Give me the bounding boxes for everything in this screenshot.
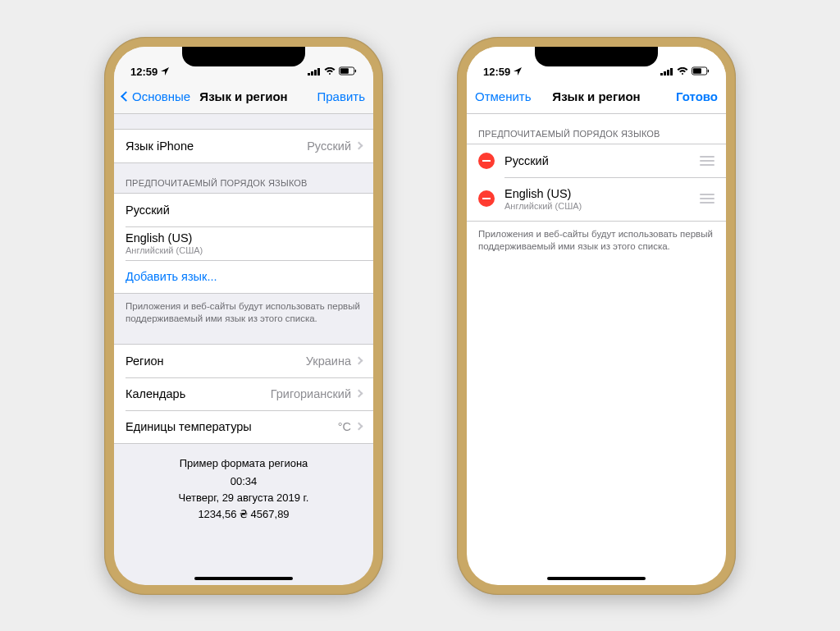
svg-rect-0 [308,73,310,75]
chevron-right-icon [355,357,363,365]
languages-footer: Приложения и веб-сайты будут использоват… [467,222,726,257]
row-value: Григорианский [271,387,351,400]
drag-handle-icon[interactable] [700,156,714,166]
language-title: Русский [126,203,170,217]
drag-handle-icon[interactable] [700,194,714,203]
svg-rect-6 [355,69,356,72]
row-label: Календарь [126,387,185,400]
back-button[interactable]: Основные [122,89,190,103]
language-row-ru[interactable]: Русский [114,194,373,226]
language-title: Русский [504,154,549,167]
delete-icon[interactable] [478,153,495,169]
language-title: English (US) [126,231,203,245]
content-area[interactable]: ПРЕДПОЧИТАЕМЫЙ ПОРЯДОК ЯЗЫКОВ Русский En… [467,114,726,585]
svg-rect-3 [317,68,320,75]
svg-rect-8 [664,71,666,75]
status-time: 12:59 [483,66,510,78]
languages-footer: Приложения и веб-сайты будут использоват… [114,294,373,329]
calendar-row[interactable]: Календарь Григорианский [114,377,373,410]
row-label: Единицы температуры [126,420,252,433]
svg-rect-12 [693,68,701,73]
wifi-icon [324,67,336,75]
cellular-icon [660,67,673,75]
row-value: Украина [306,354,351,368]
location-icon [161,67,169,75]
row-value: °C [338,420,351,433]
svg-rect-5 [340,68,349,73]
nav-bar: Основные Язык и регион Править [114,80,373,114]
notch [535,47,658,66]
location-icon [514,67,522,75]
svg-rect-13 [708,69,709,72]
nav-bar: Отменить Язык и регион Готово [467,80,726,114]
home-indicator[interactable] [194,577,293,580]
status-time: 12:59 [130,66,158,78]
screen-left: 12:59 Основные [114,47,373,585]
chevron-right-icon [355,390,363,398]
svg-rect-10 [670,68,673,75]
cellular-icon [308,67,321,75]
preferred-languages-header: ПРЕДПОЧИТАЕМЫЙ ПОРЯДОК ЯЗЫКОВ [114,163,373,193]
example-title: Пример формата региона [114,455,373,472]
battery-icon [339,66,357,78]
example-time: 00:34 [114,473,373,490]
cancel-button[interactable]: Отменить [475,89,532,103]
chevron-right-icon [355,142,363,150]
language-row-en: English (US) Английский (США) [467,177,726,221]
language-subtitle: Английский (США) [126,245,203,255]
example-numbers: 1234,56 ₴ 4567,89 [114,506,373,523]
screen-right: 12:59 Отменить Язык и регион Готов [467,47,726,585]
language-subtitle: Английский (США) [504,201,582,211]
temperature-row[interactable]: Единицы температуры °C [114,410,373,443]
region-row[interactable]: Регион Украина [114,345,373,377]
svg-rect-7 [660,73,663,75]
row-label: Регион [126,354,164,368]
iphone-language-row[interactable]: Язык iPhone Русский [114,130,373,162]
add-language-label: Добавить язык... [126,270,217,283]
preferred-languages-header: ПРЕДПОЧИТАЕМЫЙ ПОРЯДОК ЯЗЫКОВ [467,114,726,144]
row-value: Русский [307,139,351,153]
battery-icon [692,66,710,78]
svg-rect-9 [667,70,669,75]
chevron-back-icon [121,91,131,102]
language-title: English (US) [504,187,582,200]
region-format-example: Пример формата региона 00:34 Четверг, 29… [114,444,373,535]
done-button[interactable]: Готово [676,89,718,103]
example-date: Четверг, 29 августа 2019 г. [114,490,373,506]
svg-rect-2 [314,70,317,75]
notch [182,47,305,66]
add-language-row[interactable]: Добавить язык... [114,260,373,293]
back-label: Основные [132,89,190,103]
wifi-icon [677,67,688,75]
phone-mockup-right: 12:59 Отменить Язык и регион Готов [457,37,736,595]
chevron-right-icon [355,423,363,431]
delete-icon[interactable] [478,190,495,207]
edit-button[interactable]: Править [317,89,366,103]
home-indicator[interactable] [547,577,646,580]
content-area[interactable]: Язык iPhone Русский ПРЕДПОЧИТАЕМЫЙ ПОРЯД… [114,114,373,585]
row-label: Язык iPhone [126,139,194,153]
phone-mockup-left: 12:59 Основные [104,37,383,595]
language-row-en[interactable]: English (US) Английский (США) [114,226,373,260]
language-row-ru: Русский [467,144,726,177]
svg-rect-1 [311,71,313,75]
